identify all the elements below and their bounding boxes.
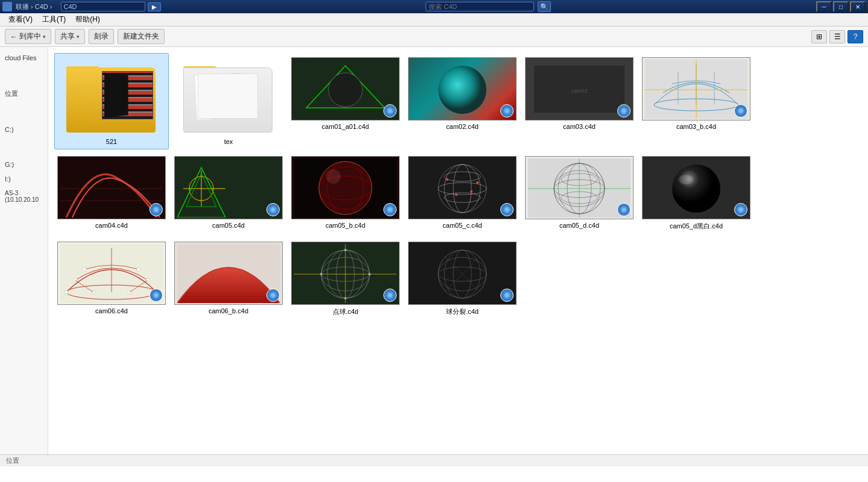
file-item-cam05[interactable]: cam05.c4d bbox=[171, 152, 286, 235]
file-thumbnail-cam05c bbox=[408, 156, 517, 219]
svg-point-40 bbox=[470, 190, 473, 193]
file-item-cam05d-bw[interactable]: cam05_d黑白.c4d bbox=[639, 152, 753, 235]
file-thumbnail-cam05d bbox=[525, 156, 634, 219]
file-area[interactable]: 521 tex bbox=[48, 47, 868, 454]
sidebar-item-i[interactable]: I:) bbox=[0, 173, 48, 185]
file-thumbnail-sphere-split bbox=[408, 242, 517, 305]
back-label: 到库中 bbox=[19, 31, 41, 42]
file-name-cam03b: cam03_b.c4d bbox=[676, 123, 716, 130]
c4d-badge-cam05b bbox=[383, 203, 397, 216]
new-folder-label: 新建文件夹 bbox=[123, 31, 159, 42]
svg-point-79 bbox=[320, 273, 322, 275]
back-to-library-button[interactable]: ← 到库中 ▾ bbox=[5, 29, 51, 44]
file-thumbnail-cam05d-bw bbox=[642, 156, 750, 219]
search-button[interactable]: 🔍 bbox=[538, 1, 551, 12]
svg-point-78 bbox=[344, 297, 347, 299]
file-item-cam05b[interactable]: cam05_b.c4d bbox=[288, 152, 403, 235]
titlebar: 联播 › C4D › ▶ 🔍 ─ □ ✕ bbox=[0, 0, 868, 13]
file-item-cam04[interactable]: cam04.c4d bbox=[54, 152, 169, 235]
new-folder-button[interactable]: 新建文件夹 bbox=[118, 29, 165, 44]
folder-icon-tex bbox=[183, 60, 274, 133]
sidebar-item-c[interactable]: C:) bbox=[0, 124, 48, 136]
svg-point-61 bbox=[83, 268, 86, 271]
file-name-dot-sphere: 点球.c4d bbox=[333, 307, 359, 316]
close-button[interactable]: ✕ bbox=[850, 1, 866, 12]
svg-point-62 bbox=[137, 268, 140, 271]
file-item-tex[interactable]: tex bbox=[171, 53, 286, 149]
file-name-cam05d: cam05_d.c4d bbox=[559, 222, 599, 229]
file-item-cam06[interactable]: cam06.c4d bbox=[54, 237, 169, 321]
file-item-dot-sphere[interactable]: 点球.c4d bbox=[288, 237, 403, 321]
c4d-badge-dot-sphere bbox=[383, 289, 397, 302]
chevron-down-icon: ▾ bbox=[77, 34, 80, 40]
c4d-badge-cam05 bbox=[266, 203, 280, 216]
file-item-sphere-split[interactable]: 球分裂.c4d bbox=[405, 237, 520, 321]
c4d-badge-cam02 bbox=[500, 104, 514, 117]
menu-view[interactable]: 查看(V) bbox=[4, 13, 37, 26]
file-name-cam05: cam05.c4d bbox=[212, 222, 245, 229]
file-name-cam05c: cam05_c.c4d bbox=[442, 222, 482, 229]
file-item-521[interactable]: 521 bbox=[54, 53, 169, 149]
toolbar-right: ⊞ ☰ ? bbox=[811, 30, 863, 43]
c4d-badge-cam01 bbox=[383, 104, 397, 117]
cam03-preview: cam03 bbox=[528, 60, 631, 119]
help-button[interactable]: ? bbox=[848, 30, 863, 43]
app-icon bbox=[2, 2, 12, 11]
svg-point-52 bbox=[672, 164, 720, 213]
file-thumbnail-cam03: cam03 bbox=[525, 57, 634, 120]
sidebar-item-nas[interactable]: AS-3 (10.10.20.10 bbox=[0, 187, 48, 205]
file-item-cam06b[interactable]: cam06_b.c4d bbox=[171, 237, 286, 321]
sidebar-item-cloud[interactable]: cloud Files bbox=[0, 52, 48, 64]
file-name-cam04: cam04.c4d bbox=[95, 222, 128, 229]
file-thumbnail-cam05b bbox=[291, 156, 400, 219]
view-detail-button[interactable]: ☰ bbox=[829, 30, 845, 43]
cam01-preview bbox=[294, 60, 397, 119]
minimize-button[interactable]: ─ bbox=[816, 1, 832, 12]
file-thumbnail-cam06b bbox=[174, 242, 283, 305]
svg-point-29 bbox=[326, 169, 341, 184]
file-name-cam02: cam02.c4d bbox=[446, 123, 479, 130]
svg-point-53 bbox=[679, 175, 693, 184]
svg-point-77 bbox=[344, 249, 347, 251]
menubar: 查看(V) 工具(T) 帮助(H) bbox=[0, 13, 868, 27]
svg-point-56 bbox=[64, 290, 68, 294]
chevron-down-icon: ▾ bbox=[43, 34, 46, 40]
burn-label: 刻录 bbox=[94, 31, 108, 42]
file-item-cam03[interactable]: cam03 cam03.c4d bbox=[522, 53, 637, 149]
cam05dbw-preview bbox=[645, 158, 747, 218]
file-item-cam01[interactable]: cam01_a01.c4d bbox=[288, 53, 403, 149]
go-button[interactable]: ▶ bbox=[148, 2, 161, 11]
svg-point-4 bbox=[438, 66, 486, 114]
file-thumbnail-tex bbox=[180, 57, 277, 136]
file-thumbnail-dot-sphere bbox=[291, 242, 400, 305]
cam04-preview bbox=[60, 158, 163, 218]
sidebar-item-g[interactable]: G:) bbox=[0, 158, 48, 171]
c4d-badge-cam05c bbox=[500, 203, 514, 216]
status-text: 位置 bbox=[6, 456, 19, 465]
svg-point-39 bbox=[455, 193, 458, 196]
cam02-preview bbox=[411, 60, 514, 119]
svg-rect-81 bbox=[411, 244, 514, 303]
share-button[interactable]: 共享 ▾ bbox=[55, 29, 85, 44]
file-item-cam05c[interactable]: cam05_c.c4d bbox=[405, 152, 520, 235]
burn-button[interactable]: 刻录 bbox=[89, 29, 114, 44]
svg-text:cam03: cam03 bbox=[571, 88, 587, 94]
svg-rect-17 bbox=[177, 158, 280, 218]
file-item-cam03b[interactable]: cam03_b.c4d bbox=[639, 53, 753, 149]
menu-tools[interactable]: 工具(T) bbox=[37, 13, 71, 26]
file-item-cam02[interactable]: cam02.c4d bbox=[405, 53, 520, 149]
file-name-521: 521 bbox=[106, 138, 117, 145]
restore-button[interactable]: □ bbox=[833, 1, 849, 12]
view-icon-button[interactable]: ⊞ bbox=[811, 30, 827, 43]
address-input[interactable] bbox=[61, 2, 145, 11]
menu-help[interactable]: 帮助(H) bbox=[71, 13, 105, 26]
cam05c-preview bbox=[411, 158, 514, 218]
file-name-sphere-split: 球分裂.c4d bbox=[446, 307, 479, 316]
sidebar-item-location[interactable]: 位置 bbox=[0, 87, 48, 101]
file-item-cam05d[interactable]: cam05_d.c4d bbox=[522, 152, 637, 235]
statusbar: 位置 bbox=[0, 454, 868, 466]
search-input[interactable] bbox=[426, 2, 534, 11]
folder-icon-521 bbox=[66, 60, 157, 133]
main-layout: cloud Files 位置 C:) G:) I:) AS-3 (10.10.2… bbox=[0, 47, 868, 454]
file-thumbnail-cam03b bbox=[642, 57, 750, 120]
